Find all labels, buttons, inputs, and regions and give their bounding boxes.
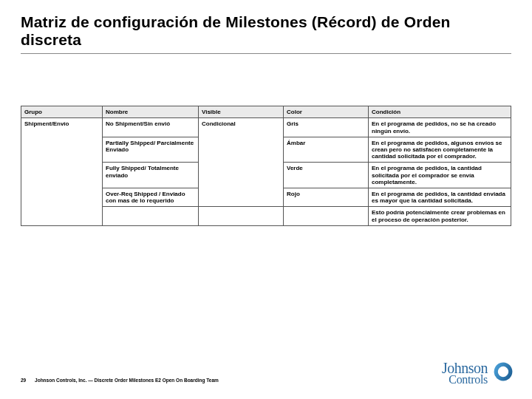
cell-color: Rojo: [284, 188, 369, 206]
logo-ring-icon: [492, 361, 514, 383]
col-header-nombre: Nombre: [103, 106, 199, 118]
cell-nombre: No Shipment/Sin envió: [103, 118, 199, 137]
cell-color: Verde: [284, 163, 369, 188]
cell-grupo: Shipment/Envío: [21, 118, 103, 225]
milestone-table: Grupo Nombre Visible Color Condición Shi…: [21, 106, 511, 225]
cell-nombre: Partially Shipped/ Parcialmente Enviado: [103, 137, 199, 163]
page-title: Matriz de configuración de Milestones (R…: [21, 13, 511, 49]
cell-nombre: Fully Shipped/ Totalmente enviado: [103, 163, 199, 188]
slide: Matriz de configuración de Milestones (R…: [0, 0, 532, 399]
cell-condicion: En el programa de pedidos, algunos envío…: [369, 137, 511, 163]
cell-condicion: En el programa de pedidos, la cantidad s…: [369, 163, 511, 188]
cell-nombre: Over-Req Shipped / Enviado con mas de lo…: [103, 188, 199, 206]
footer-text: Johnson Controls, Inc. — Discrete Order …: [35, 378, 219, 383]
col-header-color: Color: [284, 106, 369, 118]
col-header-condicion: Condición: [369, 106, 511, 118]
cell-condicion: En el programa de pedidos, la cantidad e…: [369, 188, 511, 206]
cell-condicion: En el programa de pedidos, no se ha crea…: [369, 118, 511, 137]
title-rule: [21, 53, 511, 54]
cell-empty: [284, 207, 369, 225]
footer: 29 Johnson Controls, Inc. — Discrete Ord…: [21, 378, 219, 383]
cell-note: Esto podría potencialmente crear problem…: [369, 207, 511, 225]
col-header-grupo: Grupo: [21, 106, 103, 118]
brand-logo: Johnson Controls: [442, 361, 514, 386]
cell-visible: Condicional: [199, 118, 284, 207]
cell-color: Gris: [284, 118, 369, 137]
col-header-visible: Visible: [199, 106, 284, 118]
cell-color: Ámbar: [284, 137, 369, 163]
page-number: 29: [21, 378, 26, 383]
logo-line2: Controls: [442, 374, 488, 386]
cell-empty: [199, 207, 284, 225]
cell-empty: [103, 207, 199, 225]
table-row: Shipment/Envío No Shipment/Sin envió Con…: [21, 118, 511, 137]
table-header-row: Grupo Nombre Visible Color Condición: [21, 106, 511, 118]
svg-point-0: [494, 363, 513, 381]
